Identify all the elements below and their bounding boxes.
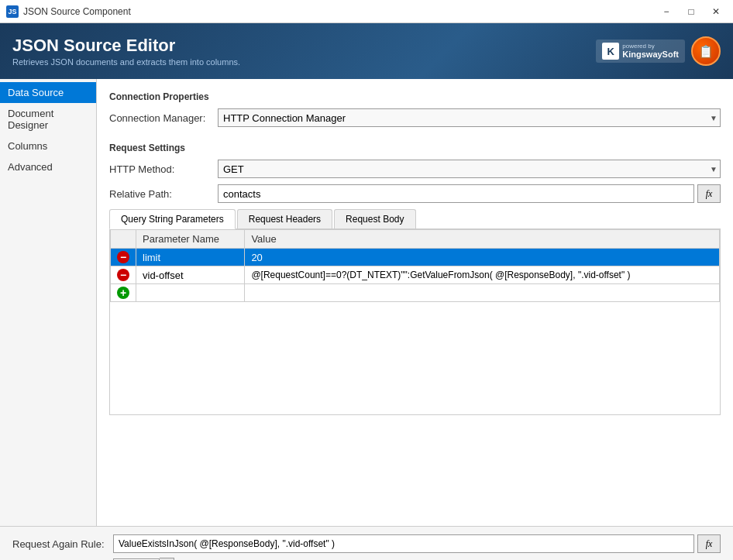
- tab-request-headers[interactable]: Request Headers: [237, 209, 332, 228]
- maximize-button[interactable]: □: [680, 3, 702, 20]
- param-name-cell[interactable]: vid-offset: [136, 266, 245, 284]
- table-row[interactable]: limit 20: [111, 249, 720, 266]
- kingsway-text: powered by KingswaySoft: [622, 43, 679, 60]
- sidebar-item-document-designer[interactable]: Document Designer: [0, 103, 96, 136]
- request-again-fx-button[interactable]: fx: [697, 534, 721, 553]
- relative-path-label: Relative Path:: [109, 188, 218, 200]
- http-method-row: HTTP Method: GET ▼: [109, 160, 721, 178]
- col-name-header: Parameter Name: [136, 230, 245, 249]
- table-header-row: Parameter Name Value: [111, 230, 720, 249]
- connection-manager-select[interactable]: HTTP Connection Manager: [218, 108, 721, 127]
- kingsway-logo: K powered by KingswaySoft: [596, 40, 685, 64]
- window-title: JSON Source Component: [23, 6, 656, 17]
- col-icon-header: [111, 230, 136, 249]
- row-icon-cell: [111, 249, 136, 266]
- http-method-label: HTTP Method:: [109, 163, 218, 175]
- add-row-name-cell: [136, 284, 245, 302]
- brand-icon: 📋: [691, 36, 721, 66]
- param-name-cell[interactable]: limit: [136, 249, 245, 266]
- relative-path-input[interactable]: [218, 184, 694, 203]
- kingsway-k: K: [602, 43, 619, 60]
- bottom-section: Request Again Rule: fx Max Identical ▲ ▼: [0, 526, 733, 560]
- close-button[interactable]: ✕: [705, 3, 727, 20]
- row-icon-cell: [111, 266, 136, 284]
- table-row[interactable]: vid-offset @[RequestCount]==0?(DT_NTEXT)…: [111, 266, 720, 284]
- tab-content-query-string: Parameter Name Value limit 20: [109, 229, 721, 415]
- relative-path-row: Relative Path: fx: [109, 184, 721, 203]
- minus-icon[interactable]: [117, 251, 129, 263]
- sidebar: Data Source Document Designer Columns Ad…: [0, 79, 97, 526]
- connection-section-label: Connection Properties: [109, 91, 721, 102]
- add-row-icon-cell: [111, 284, 136, 302]
- tab-query-string[interactable]: Query String Parameters: [109, 209, 236, 229]
- table-add-row[interactable]: [111, 284, 720, 302]
- title-bar: JS JSON Source Component − □ ✕: [0, 0, 733, 23]
- tab-request-body[interactable]: Request Body: [334, 209, 415, 228]
- tabs-bar: Query String Parameters Request Headers …: [109, 209, 721, 229]
- header-right: K powered by KingswaySoft 📋: [596, 36, 721, 66]
- connection-manager-select-wrapper: HTTP Connection Manager ▼: [218, 108, 721, 127]
- minus-icon[interactable]: [117, 269, 129, 281]
- col-value-header: Value: [245, 230, 720, 249]
- relative-path-fx-button[interactable]: fx: [697, 184, 721, 203]
- connection-manager-label: Connection Manager:: [109, 112, 218, 124]
- editor-subtitle: Retrieves JSON documents and extracts th…: [12, 57, 240, 67]
- request-section-label: Request Settings: [109, 143, 721, 153]
- header-left: JSON Source Editor Retrieves JSON docume…: [12, 36, 240, 67]
- content-area: Connection Properties Connection Manager…: [97, 79, 733, 526]
- main-layout: Data Source Document Designer Columns Ad…: [0, 79, 733, 526]
- connection-manager-row: Connection Manager: HTTP Connection Mana…: [109, 108, 721, 127]
- header: JSON Source Editor Retrieves JSON docume…: [0, 23, 733, 79]
- window-controls: − □ ✕: [656, 3, 727, 20]
- param-value-cell[interactable]: 20: [245, 249, 720, 266]
- add-row-value-cell: [245, 284, 720, 302]
- plus-icon[interactable]: [117, 287, 129, 299]
- app-icon: JS: [6, 5, 19, 18]
- request-again-input[interactable]: [113, 534, 694, 553]
- http-method-select-wrapper: GET ▼: [218, 160, 721, 178]
- editor-title: JSON Source Editor: [12, 36, 240, 56]
- sidebar-item-advanced[interactable]: Advanced: [0, 156, 96, 177]
- param-value-cell[interactable]: @[RequestCount]==0?(DT_NTEXT)"":GetValue…: [245, 266, 720, 284]
- http-method-select[interactable]: GET: [218, 160, 721, 178]
- request-again-label: Request Again Rule:: [12, 538, 113, 550]
- request-again-row: Request Again Rule: fx: [12, 534, 721, 553]
- sidebar-item-data-source[interactable]: Data Source: [0, 82, 96, 103]
- params-table: Parameter Name Value limit 20: [110, 229, 720, 302]
- sidebar-item-columns[interactable]: Columns: [0, 136, 96, 156]
- minimize-button[interactable]: −: [656, 3, 677, 20]
